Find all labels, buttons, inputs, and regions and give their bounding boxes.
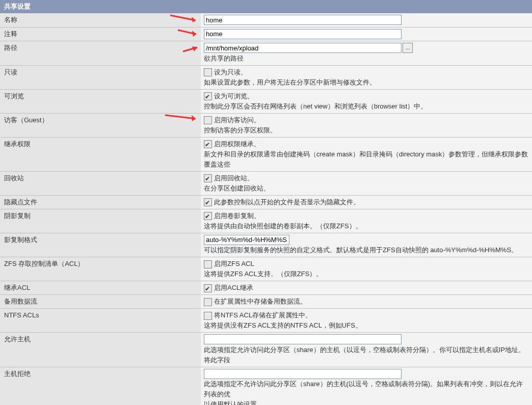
checkbox-inherit-acl[interactable] [204, 284, 212, 292]
desc-readonly: 如果设置此参数，用户将无法在分享区中新增与修改文件。 [204, 78, 376, 86]
checkbox-recycle[interactable] [204, 174, 212, 182]
checkbox-ntfs-acl[interactable] [204, 312, 212, 320]
hint-path: 欲共享的路径 [204, 55, 244, 62]
label-hosts-allow: 允许主机 [0, 333, 201, 367]
row-ntfs-acl: NTFS ACLs 将NTFS ACL存储在扩展属性中。 这将提供没有ZFS A… [0, 309, 532, 333]
label-ntfs-acl: NTFS ACLs [0, 309, 201, 333]
section-header-share: 共享设置 [0, 0, 532, 13]
checkbox-inherit-perms[interactable] [204, 140, 212, 148]
desc-hosts-deny2: 以使用默认的设置。 [204, 400, 263, 405]
row-zfs-acl: ZFS 存取控制清单（ACL） 启用ZFS ACL 这将提供ZFS ACL支持。… [0, 257, 532, 281]
checkbox-guest[interactable] [204, 116, 212, 124]
row-path: 路径 ... 欲共享的路径 [0, 41, 532, 66]
label-hide-dot: 隐藏点文件 [0, 195, 201, 209]
row-browseable: 可浏览 设为可浏览。 控制此分享区会否列在网络列表（net view）和浏览列表… [0, 89, 532, 113]
label-comment: 注释 [0, 27, 201, 41]
input-comment[interactable] [204, 29, 402, 39]
row-hosts-allow: 允许主机 此选项指定允许访问此分享区（share）的主机（以逗号，空格或制表符分… [0, 333, 532, 367]
label-readonly: 只读 [0, 65, 201, 89]
checkbox-readonly[interactable] [204, 68, 212, 76]
row-hosts-deny: 主机拒绝 此选项指定不允许访问此分享区（share）的主机(以逗号，空格或制表符… [0, 367, 532, 405]
row-readonly: 只读 设为只读。 如果设置此参数，用户将无法在分享区中新增与修改文件。 [0, 65, 532, 89]
row-comment: 注释 [0, 27, 532, 41]
row-guest: 访客（Guest） 启用访客访问。 控制访客的分享区权限。 [0, 113, 532, 137]
row-shadow: 阴影复制 启用卷影复制。 这将提供由自动快照创建的卷影副本。（仅限ZFS）。 [0, 209, 532, 233]
checkbox-zfs-acl[interactable] [204, 260, 212, 268]
label-path: 路径 [0, 41, 201, 66]
desc-hosts-allow: 此选项指定允许访问此分享区（share）的主机（以逗号，空格或制表符分隔）。你可… [204, 346, 525, 364]
row-alt-stream: 备用数据流 在扩展属性中存储备用数据流。 [0, 295, 532, 309]
input-shadow-fmt[interactable] [204, 235, 289, 245]
desc-recycle: 在分享区创建回收站。 [204, 184, 270, 192]
label-guest: 访客（Guest） [0, 113, 201, 137]
checkbox-browseable[interactable] [204, 92, 212, 100]
row-shadow-fmt: 影复制格式 可以指定阴影复制服务的快照的自定义格式。默认格式是用于ZFS自动快照… [0, 233, 532, 257]
checkbox-alt-stream[interactable] [204, 298, 212, 306]
label-inherit-perms: 继承权限 [0, 137, 201, 171]
share-settings-panel: 共享设置 名称 注释 路径 ... 欲共享的路径 [0, 0, 532, 405]
label-name: 名称 [0, 13, 201, 27]
input-path[interactable] [204, 43, 402, 53]
row-hide-dot: 隐藏点文件 此参数控制以点开始的文件是否显示为隐藏文件。 [0, 195, 532, 209]
desc-zfs-acl: 这将提供ZFS ACL支持。（仅限ZFS）。 [204, 270, 323, 278]
desc-shadow: 这将提供由自动快照创建的卷影副本。（仅限ZFS）。 [204, 222, 362, 230]
checkbox-shadow[interactable] [204, 212, 212, 220]
row-inherit-acl: 继承ACL 启用ACL继承 [0, 281, 532, 295]
desc-guest: 控制访客的分享区权限。 [204, 126, 277, 134]
label-zfs-acl: ZFS 存取控制清单（ACL） [0, 257, 201, 281]
desc-hosts-deny: 此选项指定不允许访问此分享区（share）的主机(以逗号，空格或制表符分隔)。如… [204, 380, 523, 398]
desc-ntfs-acl: 这将提供没有ZFS ACL支持的NTFS ACL，例如UFS。 [204, 321, 362, 329]
label-recycle: 回收站 [0, 171, 201, 195]
row-recycle: 回收站 启用回收站。 在分享区创建回收站。 [0, 171, 532, 195]
label-alt-stream: 备用数据流 [0, 295, 201, 309]
browse-button[interactable]: ... [403, 43, 413, 53]
label-shadow-fmt: 影复制格式 [0, 233, 201, 257]
input-hosts-allow[interactable] [204, 334, 402, 344]
checkbox-hide-dot[interactable] [204, 198, 212, 206]
row-inherit-perms: 继承权限 启用权限继承。 新文件和目录的权限通常由创建掩码（create mas… [0, 137, 532, 171]
row-name: 名称 [0, 13, 532, 27]
label-browseable: 可浏览 [0, 89, 201, 113]
desc-browseable: 控制此分享区会否列在网络列表（net view）和浏览列表（browser li… [204, 102, 427, 110]
share-form: 名称 注释 路径 ... 欲共享的路径 只读 [0, 13, 532, 405]
label-hosts-deny: 主机拒绝 [0, 367, 201, 405]
input-hosts-deny[interactable] [204, 369, 402, 379]
label-inherit-acl: 继承ACL [0, 281, 201, 295]
input-name[interactable] [204, 15, 402, 25]
desc-inherit-perms: 新文件和目录的权限通常由创建掩码（create mask）和目录掩码（direc… [204, 150, 528, 168]
desc-shadow-fmt: 可以指定阴影复制服务的快照的自定义格式。默认格式是用于ZFS自动快照的 auto… [204, 246, 518, 254]
label-shadow: 阴影复制 [0, 209, 201, 233]
